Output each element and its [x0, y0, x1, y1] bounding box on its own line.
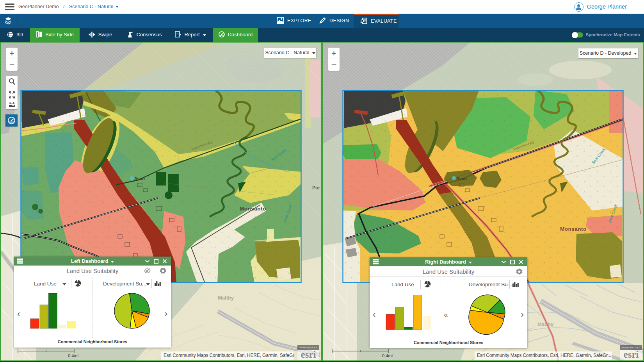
svg-text:Por: Por — [312, 185, 320, 191]
svg-text:0.4mi: 0.4mi — [382, 353, 393, 358]
svg-text:Maltby: Maltby — [218, 295, 234, 301]
svg-text:0.4mi: 0.4mi — [68, 353, 78, 358]
